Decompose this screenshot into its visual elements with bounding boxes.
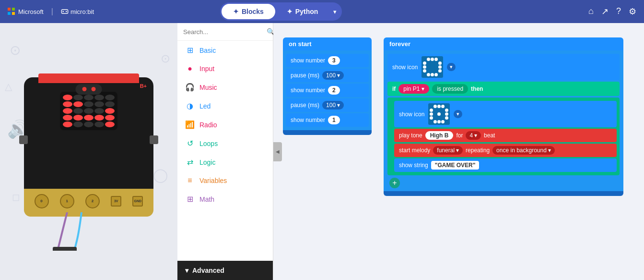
once-in-bg-dropdown[interactable]: once in background ▾	[492, 146, 555, 155]
on-start-header: on start	[283, 37, 372, 50]
basic-label: Basic	[199, 47, 216, 54]
if-body: show icon ▾ play tone High B	[387, 97, 620, 175]
collapse-icon: ◀	[276, 149, 280, 154]
math-label: Math	[199, 195, 214, 203]
pause-2-row[interactable]: pause (ms) 100 ▾	[286, 98, 369, 112]
if-block-row[interactable]: if pin P1 ▾ is pressed then	[387, 82, 620, 96]
python-icon: ✦	[287, 8, 293, 15]
sidebar-item-music[interactable]: 🎧 Music	[177, 78, 273, 97]
is-pressed-block: is pressed	[432, 84, 468, 94]
pause-2-dropdown[interactable]: 100 ▾	[322, 101, 344, 110]
header-actions: ⌂ ↗ ? ⚙	[588, 6, 636, 17]
header: Microsoft | micro:bit ✦ Blocks ✦ Python …	[0, 0, 644, 23]
bg-deco-6: ◻	[12, 191, 20, 203]
sidebar-item-input[interactable]: ● Input	[177, 60, 273, 78]
tab-dropdown-button[interactable]: ▾	[329, 4, 340, 19]
pause-1-row[interactable]: pause (ms) 100 ▾	[286, 69, 369, 82]
radio-icon: 📶	[185, 120, 195, 129]
icon-2-dropdown[interactable]: ▾	[454, 110, 462, 118]
microsoft-label: Microsoft	[18, 8, 44, 15]
led-label: Led	[199, 102, 211, 110]
toolbox-panel: 🔍 ⊞ Basic ● Input 🎧 Music ◑ Led 📶 Radio	[177, 23, 273, 280]
button-a[interactable]	[19, 135, 28, 144]
basic-icon: ⊞	[185, 46, 195, 55]
show-number-1-row[interactable]: show number 3	[286, 54, 369, 67]
play-tone-row[interactable]: play tone High B for 4 ▾ beat	[394, 129, 617, 142]
svg-rect-0	[61, 10, 68, 13]
forever-header: forever	[384, 37, 623, 50]
microbit-screen	[60, 92, 117, 130]
collapse-button[interactable]: ◀	[273, 142, 282, 161]
tab-container: ✦ Blocks ✦ Python ▾	[220, 2, 342, 21]
sidebar-item-loops[interactable]: ↺ Loops	[177, 134, 273, 153]
tab-blocks-button[interactable]: ✦ Blocks	[222, 4, 275, 19]
led-icon: ◑	[185, 101, 195, 110]
pin-0[interactable]: 0	[35, 194, 49, 208]
show-number-3-value[interactable]: 1	[328, 116, 340, 124]
main-content: ⊙ △ 🔊 ⊙ ◯ ◻ B+	[0, 23, 644, 280]
workspace-panel[interactable]: on start show number 3 pause (ms) 100 ▾	[273, 23, 644, 280]
sidebar-item-math[interactable]: ⊞ Math	[177, 190, 273, 208]
loops-label: Loops	[199, 140, 218, 147]
microbit-b-label: B+	[140, 83, 147, 89]
show-icon-1-row[interactable]: show icon ▾	[387, 54, 620, 80]
variables-icon: ≡	[185, 176, 195, 185]
show-number-2-row[interactable]: show number 2	[286, 84, 369, 97]
svg-point-1	[62, 11, 64, 12]
home-icon[interactable]: ⌂	[588, 6, 594, 17]
microbit-top-notch	[38, 73, 139, 83]
beat-dropdown[interactable]: 4 ▾	[466, 131, 481, 140]
microsoft-logo[interactable]: Microsoft	[8, 8, 44, 15]
bg-deco-1: ⊙	[10, 42, 21, 58]
on-start-footer	[283, 130, 372, 135]
settings-icon[interactable]: ⚙	[629, 6, 636, 17]
eye-right	[91, 87, 95, 91]
start-melody-row[interactable]: start melody funeral ▾ repeating once in…	[394, 144, 617, 157]
button-b[interactable]	[150, 135, 158, 144]
pause-1-dropdown[interactable]: 100 ▾	[322, 71, 344, 80]
loops-icon: ↺	[185, 139, 195, 148]
melody-dropdown[interactable]: funeral ▾	[433, 146, 463, 155]
header-divider: |	[51, 7, 53, 16]
sidebar-item-variables[interactable]: ≡ Variables	[177, 171, 273, 190]
pin-1[interactable]: 1	[60, 194, 74, 208]
chevron-down-icon: ▾	[185, 267, 188, 274]
usb-cable	[53, 212, 110, 253]
svg-rect-3	[53, 247, 77, 251]
show-number-1-value[interactable]: 3	[328, 56, 340, 65]
show-number-2-value[interactable]: 2	[328, 86, 340, 95]
bg-deco-2: △	[5, 81, 12, 92]
share-icon[interactable]: ↗	[601, 6, 609, 17]
bg-deco-5: ◯	[153, 167, 168, 183]
sidebar-item-advanced[interactable]: ▾ Advanced	[177, 261, 273, 280]
tab-python-button[interactable]: ✦ Python	[275, 4, 329, 19]
input-icon: ●	[185, 64, 195, 73]
forever-footer	[384, 191, 623, 196]
bg-deco-4: ⊙	[161, 52, 170, 65]
high-b-value[interactable]: High B	[425, 131, 454, 140]
sidebar-item-basic[interactable]: ⊞ Basic	[177, 41, 273, 60]
eye-left	[82, 87, 86, 91]
sidebar-item-led[interactable]: ◑ Led	[177, 97, 273, 115]
help-icon[interactable]: ?	[616, 6, 621, 17]
add-block-button[interactable]: +	[389, 178, 400, 188]
math-icon: ⊞	[185, 195, 195, 204]
show-string-row[interactable]: show string "GAME OVER"	[394, 158, 617, 172]
show-icon-2-row[interactable]: show icon ▾	[394, 101, 617, 127]
search-input[interactable]	[183, 28, 264, 36]
icon-grid-1[interactable]	[422, 56, 443, 78]
sidebar-item-logic[interactable]: ⇄ Logic	[177, 153, 273, 171]
simulator-panel: ⊙ △ 🔊 ⊙ ◯ ◻ B+	[0, 23, 177, 280]
forever-block[interactable]: forever show icon ▾	[384, 37, 623, 196]
pin-p1-block[interactable]: pin P1 ▾	[398, 84, 429, 94]
microbit-icon	[61, 8, 69, 15]
on-start-block[interactable]: on start show number 3 pause (ms) 100 ▾	[283, 37, 372, 135]
pin-2[interactable]: 2	[85, 194, 100, 208]
icon-grid-2[interactable]	[428, 103, 450, 125]
icon-1-dropdown[interactable]: ▾	[447, 63, 456, 71]
microbit-device: B+	[24, 77, 153, 217]
sidebar-item-radio[interactable]: 📶 Radio	[177, 115, 273, 134]
advanced-label: Advanced	[192, 267, 224, 274]
show-number-3-row[interactable]: show number 1	[286, 113, 369, 127]
game-over-value[interactable]: "GAME OVER"	[431, 161, 480, 170]
